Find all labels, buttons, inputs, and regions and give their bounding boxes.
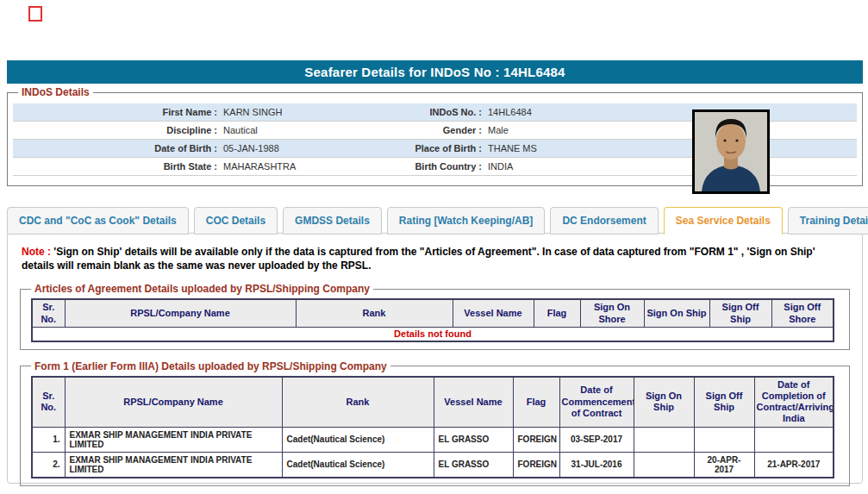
- cell-company: EXMAR SHIP MANAGEMENT INDIA PRIVATE LIMI…: [65, 452, 282, 478]
- cell-rank: Cadet(Nautical Science): [282, 452, 434, 478]
- note-text: Note : 'Sign on Ship' details will be av…: [22, 245, 848, 272]
- birth-state-label: Birth State :: [13, 161, 217, 172]
- date-of-birth-value: 05-JAN-1988: [217, 143, 363, 153]
- cell-vessel: EL GRASSO: [434, 427, 513, 452]
- details-not-found-message: Details not found: [32, 327, 834, 341]
- place-of-birth-label: Place of Birth :: [363, 143, 482, 153]
- discipline-label: Discipline :: [13, 125, 217, 135]
- cell-sign-on-ship: [634, 427, 694, 452]
- gender-label: Gender :: [363, 125, 482, 135]
- table-row: 1. EXMAR SHIP MANAGEMENT INDIA PRIVATE L…: [32, 427, 834, 452]
- place-of-birth-value: THANE MS: [482, 143, 857, 153]
- cell-commencement-date: 03-SEP-2017: [559, 427, 634, 452]
- col-date-of-commencement: Date of Commencement of Contract: [559, 377, 634, 427]
- cell-company: EXMAR SHIP MANAGEMENT INDIA PRIVATE LIMI…: [65, 427, 282, 452]
- page-title: Seafarer Details for INDoS No : 14HL6484: [7, 60, 863, 84]
- tab-bar: CDC and "CoC as Cook" Details COC Detail…: [7, 207, 863, 234]
- form1-table: Sr. No. RPSL/Company Name Rank Vessel Na…: [31, 376, 834, 478]
- tab-sea-service-details[interactable]: Sea Service Details: [664, 207, 783, 234]
- cell-rank: Cadet(Nautical Science): [282, 427, 434, 452]
- articles-of-agreement-section: Articles of Agreement Details uploaded b…: [20, 283, 850, 349]
- indos-no-value: 14HL6484: [482, 107, 857, 117]
- cell-sr-no: 1.: [32, 427, 65, 452]
- cell-commencement-date: 31-JUL-2016: [559, 452, 634, 478]
- cell-flag: FOREIGN: [513, 427, 559, 452]
- cell-sign-off-ship: 20-APR-2017: [694, 452, 754, 478]
- first-name-value: KARN SINGH: [217, 107, 363, 117]
- col-sr-no: Sr. No.: [32, 377, 65, 427]
- col-vessel-name: Vessel Name: [434, 377, 513, 427]
- articles-of-agreement-table: Sr. No. RPSL/Company Name Rank Vessel Na…: [31, 298, 834, 341]
- note-prefix: Note :: [22, 246, 51, 258]
- tab-rating-watch-keeping-ab[interactable]: Rating [Watch Keeping/AB]: [387, 207, 546, 234]
- date-of-birth-label: Date of Birth :: [13, 143, 217, 153]
- cell-completion-date: [754, 427, 834, 452]
- col-sr-no: Sr. No.: [32, 299, 65, 327]
- col-rpsl-company-name: RPSL/Company Name: [65, 377, 282, 427]
- discipline-value: Nautical: [217, 125, 363, 135]
- col-flag: Flag: [534, 299, 580, 327]
- tab-dc-endorsement[interactable]: DC Endorsement: [550, 207, 658, 234]
- tab-gmdss-details[interactable]: GMDSS Details: [283, 207, 382, 234]
- empty-row: Details not found: [32, 327, 834, 341]
- col-vessel-name: Vessel Name: [453, 299, 534, 327]
- tab-training-details[interactable]: Training Details: [788, 207, 868, 234]
- col-rpsl-company-name: RPSL/Company Name: [65, 299, 296, 327]
- indos-no-label: INDoS No. :: [363, 107, 482, 117]
- col-sign-off-ship: Sign Off Ship: [709, 299, 771, 327]
- col-sign-off-shore: Sign Off Shore: [771, 299, 834, 327]
- tab-coc-details[interactable]: COC Details: [194, 207, 278, 234]
- col-date-of-completion: Date of Completion of Contract/Arriving …: [754, 377, 834, 427]
- gender-value: Male: [482, 125, 857, 135]
- seafarer-photo: [692, 109, 770, 194]
- tab-cdc-coc-cook-details[interactable]: CDC and "CoC as Cook" Details: [7, 207, 189, 234]
- cell-sr-no: 2.: [32, 452, 65, 478]
- articles-of-agreement-legend: Articles of Agreement Details uploaded b…: [31, 283, 373, 295]
- broken-image-icon: [28, 6, 42, 22]
- table-row: 2. EXMAR SHIP MANAGEMENT INDIA PRIVATE L…: [32, 452, 834, 478]
- col-rank: Rank: [296, 299, 453, 327]
- birth-country-label: Birth Country :: [363, 161, 482, 172]
- form1-legend: Form 1 (Earlier Form IIIA) Details uploa…: [31, 360, 390, 372]
- cell-completion-date: 21-APR-2017: [754, 452, 834, 478]
- col-sign-on-ship: Sign On Ship: [644, 299, 709, 327]
- cell-sign-on-ship: [634, 452, 694, 478]
- birth-state-value: MAHARASHTRA: [217, 161, 363, 172]
- indos-details-legend: INDoS Details: [18, 86, 93, 98]
- cell-vessel: EL GRASSO: [434, 452, 513, 478]
- col-rank: Rank: [282, 377, 434, 427]
- birth-country-value: INDIA: [482, 161, 857, 172]
- form1-section: Form 1 (Earlier Form IIIA) Details uploa…: [20, 360, 850, 486]
- cell-sign-off-ship: [694, 427, 754, 452]
- sea-service-panel: Note : 'Sign on Ship' details will be av…: [7, 233, 863, 484]
- col-flag: Flag: [513, 377, 559, 427]
- first-name-label: First Name :: [13, 107, 217, 117]
- note-body: 'Sign on Ship' details will be available…: [22, 246, 815, 272]
- table-header-row: Sr. No. RPSL/Company Name Rank Vessel Na…: [32, 299, 834, 327]
- col-sign-on-shore: Sign On Shore: [580, 299, 644, 327]
- indos-details-section: INDoS Details First Name : KARN SINGH IN…: [7, 86, 863, 186]
- table-header-row: Sr. No. RPSL/Company Name Rank Vessel Na…: [32, 377, 834, 427]
- col-sign-off-ship: Sign Off Ship: [694, 377, 754, 427]
- col-sign-on-ship: Sign On Ship: [634, 377, 694, 427]
- cell-flag: FOREIGN: [513, 452, 559, 478]
